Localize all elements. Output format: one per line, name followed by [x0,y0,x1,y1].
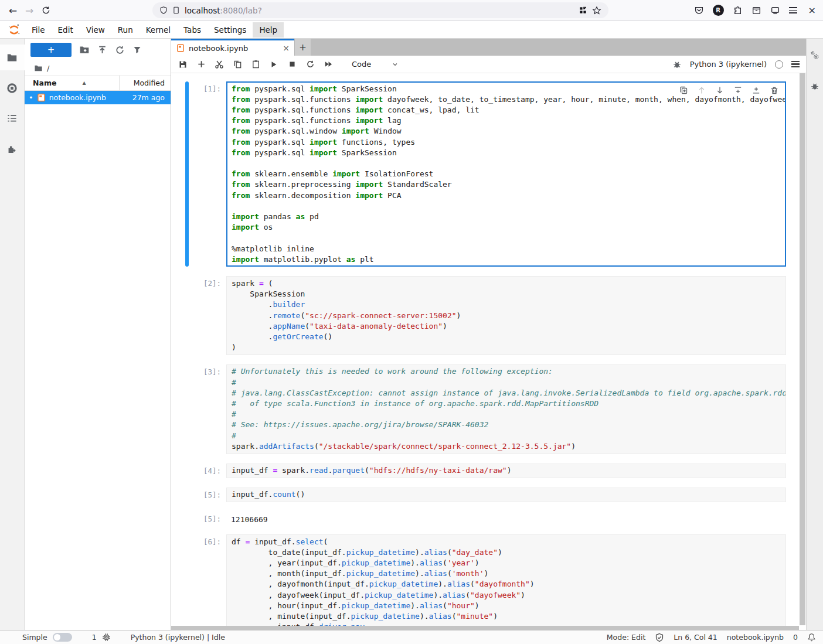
trusted-shield-check-icon[interactable] [655,633,664,642]
extensions-icon[interactable] [733,5,743,15]
refresh-icon[interactable] [115,45,125,55]
close-icon[interactable]: × [808,5,816,16]
profile-avatar[interactable]: R [713,5,724,16]
paste-cells-button[interactable] [250,59,261,70]
menu-edit[interactable]: Edit [52,22,80,38]
downloads-archive-icon[interactable] [751,5,761,15]
cursor-position[interactable]: Ln 6, Col 41 [674,633,717,642]
cell-type-dropdown[interactable]: Code [349,59,401,70]
cell-editor[interactable]: from pyspark.sql import SparkSessionfrom… [226,81,786,267]
vertical-scrollbar[interactable] [800,73,805,625]
cell-collapser[interactable] [185,276,189,355]
browser-reload-button[interactable] [38,2,54,19]
delete-cell-button[interactable] [770,86,779,95]
browser-toolbar: ← → localhost:8080/lab? R × [0,0,823,21]
simple-mode-toggle[interactable] [53,633,72,642]
browser-back-button[interactable]: ← [5,2,21,19]
cell-editor[interactable]: input_df = spark.read.parquet("hdfs://hd… [226,464,786,478]
property-inspector-gears-icon[interactable] [810,50,820,60]
output-area[interactable]: [5]:12106669 [185,512,786,525]
sidebar-tab-running-sessions[interactable] [0,75,25,101]
sidebar-tab-table-of-contents[interactable] [0,105,25,131]
cell-collapser[interactable] [185,464,189,478]
page-actions-icon[interactable] [579,6,587,15]
menu-kernel[interactable]: Kernel [140,22,177,38]
kernel-status-text[interactable]: Python 3 (ipykernel) | Idle [131,633,225,642]
duplicate-cell-button[interactable] [679,86,688,95]
cell-editor[interactable]: spark = ( SparkSession .builder .remote(… [226,276,786,355]
restart-kernel-button[interactable] [305,59,315,70]
debugger-bug-icon[interactable] [810,81,819,91]
move-up-button[interactable] [697,86,706,95]
sidebar-toggle-icon[interactable] [770,5,780,15]
horizontal-scrollbar[interactable] [171,626,799,630]
code-cell[interactable]: [6]:df = input_df.select( to_date(input_… [185,534,786,630]
cell-collapser[interactable] [185,364,189,454]
cell-editor[interactable]: df = input_df.select( to_date(input_df.p… [226,534,786,630]
file-row-notebook[interactable]: • notebook.ipynb 27m ago [25,91,171,104]
cell-collapser[interactable] [185,488,189,502]
new-folder-icon[interactable] [79,45,90,55]
menu-run[interactable]: Run [111,22,140,38]
mode-indicator[interactable]: Mode: Edit [607,633,645,642]
sidebar-tab-file-browser[interactable] [0,45,25,70]
upload-icon[interactable] [97,45,107,55]
menu-help[interactable]: Help [253,22,284,38]
insert-cell-button[interactable] [196,59,206,70]
debugger-bug-icon[interactable] [672,60,682,69]
sidebar-tab-extensions[interactable] [0,136,25,162]
kernel-name[interactable]: Python 3 (ipykernel) [690,60,767,69]
insert-above-button[interactable] [733,86,743,95]
new-launcher-button[interactable]: + [30,43,72,57]
menu-tabs[interactable]: Tabs [177,22,208,38]
insert-below-button[interactable] [751,86,761,95]
url-text[interactable]: localhost:8080/lab? [185,6,574,15]
bookmark-star-icon[interactable] [592,6,601,15]
save-button[interactable] [178,59,188,70]
paste-icon [251,60,260,69]
kernel-status-icon[interactable] [775,60,783,69]
copy-cells-button[interactable] [232,59,243,70]
breadcrumb-root[interactable]: / [47,64,49,73]
tracking-protection-shield-icon[interactable] [159,6,168,15]
filter-icon[interactable] [132,45,142,54]
column-header-modified[interactable]: Modified [119,76,171,90]
pocket-icon[interactable] [694,5,704,15]
code-cell[interactable]: [2]:spark = ( SparkSession .builder .rem… [185,276,786,355]
code-cell[interactable]: [1]:from pyspark.sql import SparkSession… [185,81,786,267]
cell-collapser[interactable] [185,512,189,525]
output-text: 12106669 [226,512,786,525]
restart-run-all-button[interactable] [323,59,334,70]
status-filename[interactable]: notebook.ipynb [727,633,784,642]
browser-forward-button[interactable]: → [21,2,38,19]
cell-editor[interactable]: # Unfortunately this is needed to work a… [226,364,786,454]
new-tab-button[interactable]: + [294,39,311,56]
breadcrumb[interactable]: / [25,61,171,75]
menu-file[interactable]: File [25,22,52,38]
kernel-chip-icon[interactable] [102,633,111,642]
app-menu-icon[interactable] [789,7,797,13]
cell-editor[interactable]: input_df.count() [226,488,786,502]
url-bar[interactable]: localhost:8080/lab? [152,2,608,18]
menu-view[interactable]: View [80,22,111,38]
tab-close-icon[interactable]: × [283,43,290,53]
cut-cells-button[interactable] [214,59,225,70]
move-down-button[interactable] [715,86,725,95]
execution-prompt: [1]: [193,81,226,267]
interrupt-kernel-button[interactable] [287,59,297,70]
cell-collapser[interactable] [185,534,189,630]
code-cell[interactable]: [5]:input_df.count() [185,488,786,502]
run-cell-button[interactable] [268,59,279,70]
bell-icon[interactable] [807,633,816,642]
column-header-name[interactable]: Name ▲ [33,79,119,87]
code-cell[interactable]: [3]:# Unfortunately this is needed to wo… [185,364,786,454]
menu-settings[interactable]: Settings [208,22,253,38]
page-info-icon[interactable] [172,6,180,15]
code-cell[interactable]: [4]:input_df = spark.read.parquet("hdfs:… [185,464,786,478]
cell-toolbar [679,86,779,95]
folder-icon[interactable] [34,64,43,73]
cell-collapser[interactable] [185,81,189,267]
notification-count[interactable]: 0 [793,633,798,642]
toolbar-overflow-icon[interactable] [791,61,800,68]
tab-notebook[interactable]: notebook.ipynb × [171,39,294,56]
